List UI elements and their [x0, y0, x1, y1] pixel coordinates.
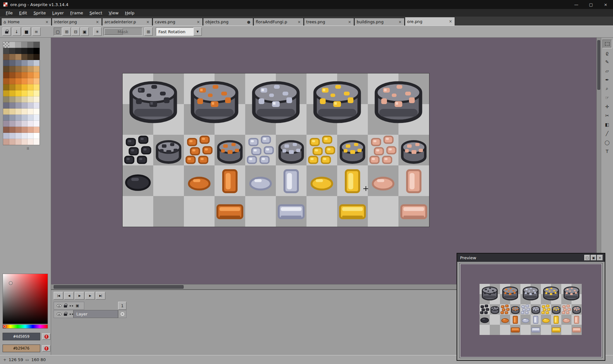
pencil-tool[interactable]: ✎ — [602, 57, 612, 66]
palette-color-2[interactable] — [15, 42, 21, 48]
palette-color-72[interactable] — [3, 115, 9, 121]
tab-home[interactable]: ⌂Home× — [1, 18, 51, 26]
palette-color-61[interactable] — [9, 102, 15, 109]
palette-color-97[interactable] — [9, 139, 15, 145]
tab-caves-png[interactable]: caves.png× — [153, 18, 203, 26]
tab-buildings-png[interactable]: buildings.png× — [354, 18, 405, 26]
tab-close-icon[interactable]: × — [448, 19, 453, 24]
continuous-icon[interactable] — [70, 305, 71, 307]
palette-color-35[interactable] — [34, 72, 40, 78]
palette-color-40[interactable] — [27, 78, 34, 84]
tab-close-icon[interactable]: × — [45, 20, 49, 24]
palette-color-20[interactable] — [15, 60, 21, 66]
palette-color-41[interactable] — [34, 78, 40, 84]
palette-color-25[interactable] — [9, 66, 15, 72]
palette-color-39[interactable] — [21, 78, 27, 84]
palette-color-84[interactable] — [3, 127, 9, 133]
fine-edges-button[interactable]: ✳ — [93, 27, 102, 36]
horizontal-scrollbar-thumb[interactable] — [54, 285, 184, 289]
palette-color-56[interactable] — [15, 96, 21, 102]
palette-color-29[interactable] — [34, 66, 40, 72]
menu-help[interactable]: Help — [122, 10, 138, 16]
menu-frame[interactable]: Frame — [67, 10, 87, 16]
palette-color-80[interactable] — [15, 121, 21, 127]
menu-view[interactable]: View — [105, 10, 122, 16]
palette-color-26[interactable] — [15, 66, 21, 72]
palette-color-66[interactable] — [3, 109, 9, 115]
palette-color-4[interactable] — [27, 42, 34, 48]
tab-floraandfungi-p[interactable]: floraAndFungi.p× — [254, 18, 304, 26]
continuous-icon[interactable] — [70, 314, 71, 315]
palette-color-45[interactable] — [21, 84, 27, 90]
tab-close-icon[interactable]: × — [398, 20, 402, 24]
palette-color-91[interactable] — [9, 133, 15, 139]
palette-color-27[interactable] — [21, 66, 27, 72]
palette-color-31[interactable] — [9, 72, 15, 78]
palette-color-0[interactable] — [3, 42, 9, 48]
palette-color-1[interactable] — [9, 42, 15, 48]
palette-color-54[interactable] — [3, 96, 9, 102]
menu-edit[interactable]: Edit — [16, 10, 30, 16]
palette-color-7[interactable] — [9, 48, 15, 54]
palette-color-15[interactable] — [21, 54, 27, 60]
line-tool[interactable]: ╱ — [602, 129, 612, 138]
text-tool[interactable]: T — [602, 147, 612, 155]
vertical-scrollbar[interactable] — [596, 38, 601, 284]
palette-color-30[interactable] — [3, 72, 9, 78]
palette-color-13[interactable] — [9, 54, 15, 60]
palette-color-75[interactable] — [21, 115, 27, 121]
palette-color-62[interactable] — [15, 102, 21, 109]
playback-play-button[interactable]: ▶ — [75, 292, 84, 300]
palette-color-55[interactable] — [9, 96, 15, 102]
gradient-marker[interactable] — [9, 282, 12, 284]
rotation-dropdown-arrow[interactable]: ▼ — [193, 27, 202, 36]
lasso-tool[interactable]: ϱ — [602, 49, 612, 57]
palette-color-38[interactable] — [15, 78, 21, 84]
palette-color-10[interactable] — [27, 48, 34, 54]
palette-color-63[interactable] — [21, 102, 27, 109]
palette-color-94[interactable] — [27, 133, 34, 139]
marquee-tool[interactable] — [602, 40, 612, 48]
playback-prev-frame-button[interactable]: ◀ — [64, 292, 74, 300]
palette-color-65[interactable] — [34, 102, 40, 109]
hue-slider[interactable] — [3, 324, 48, 329]
preview-close-button[interactable]: × — [597, 255, 603, 261]
palette-presets-button[interactable]: ■ — [22, 27, 31, 36]
selection-mode-replace-button[interactable]: ▢ — [54, 27, 62, 36]
foreground-color-swatch[interactable]: #4d5059 — [3, 333, 40, 340]
bg-palette-warning-button[interactable]: ! — [42, 345, 50, 352]
palette-color-98[interactable] — [15, 139, 21, 145]
palette-color-18[interactable] — [3, 60, 9, 66]
canvas[interactable] — [51, 38, 596, 284]
close-button[interactable]: × — [598, 0, 613, 9]
palette-color-67[interactable] — [9, 109, 15, 115]
palette-color-51[interactable] — [21, 90, 27, 96]
palette-color-85[interactable] — [9, 127, 15, 133]
palette-color-82[interactable] — [27, 121, 34, 127]
eraser-tool[interactable]: ▱ — [602, 66, 612, 75]
palette-color-58[interactable] — [27, 96, 34, 102]
layer-name[interactable]: Layer — [73, 310, 118, 318]
palette-color-16[interactable] — [27, 54, 34, 60]
palette-color-6[interactable] — [3, 48, 9, 54]
palette-color-78[interactable] — [3, 121, 9, 127]
palette-lock-button[interactable] — [3, 27, 11, 36]
palette-color-11[interactable] — [34, 48, 40, 54]
palette-color-8[interactable] — [15, 48, 21, 54]
eyedropper-tool[interactable]: ✒ — [602, 75, 612, 84]
palette-color-52[interactable] — [27, 90, 34, 96]
rotation-dropdown-value[interactable]: Fast Rotation — [156, 27, 193, 36]
palette-color-76[interactable] — [27, 115, 34, 121]
palette-color-92[interactable] — [15, 133, 21, 139]
fg-palette-warning-button[interactable]: ! — [42, 333, 50, 340]
palette-color-71[interactable] — [34, 109, 40, 115]
paint-bucket-tool[interactable]: ◧ — [602, 120, 612, 129]
palette-color-12[interactable] — [3, 54, 9, 60]
ellipse-tool[interactable]: ◯ — [602, 138, 612, 147]
menu-layer[interactable]: Layer — [49, 10, 67, 16]
tab-close-icon[interactable]: × — [196, 20, 201, 24]
preview-center-button[interactable]: ▢ — [584, 255, 590, 261]
zoom-tool[interactable]: ⌕ — [602, 84, 612, 93]
palette-color-34[interactable] — [27, 72, 34, 78]
tab-close-icon[interactable]: × — [146, 20, 150, 24]
